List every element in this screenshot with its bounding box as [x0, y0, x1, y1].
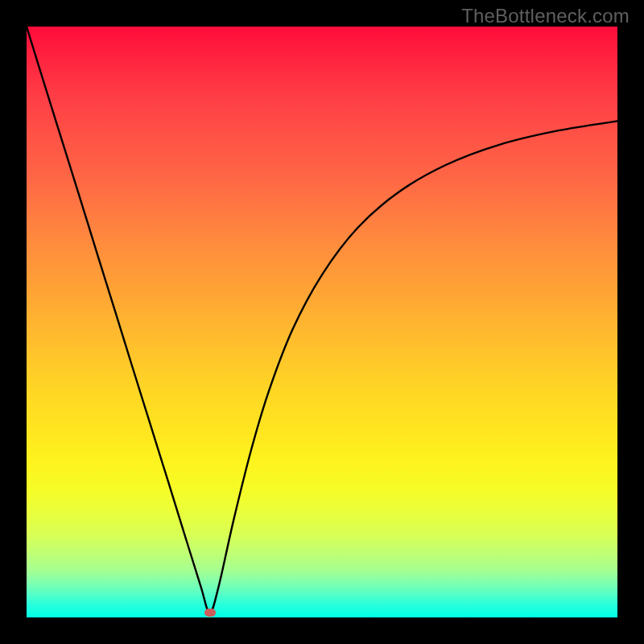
bottleneck-curve: [27, 27, 617, 617]
minimum-marker: [204, 609, 216, 617]
watermark-text: TheBottleneck.com: [461, 5, 630, 27]
plot-area: [27, 27, 617, 617]
chart-frame: TheBottleneck.com: [0, 0, 644, 644]
